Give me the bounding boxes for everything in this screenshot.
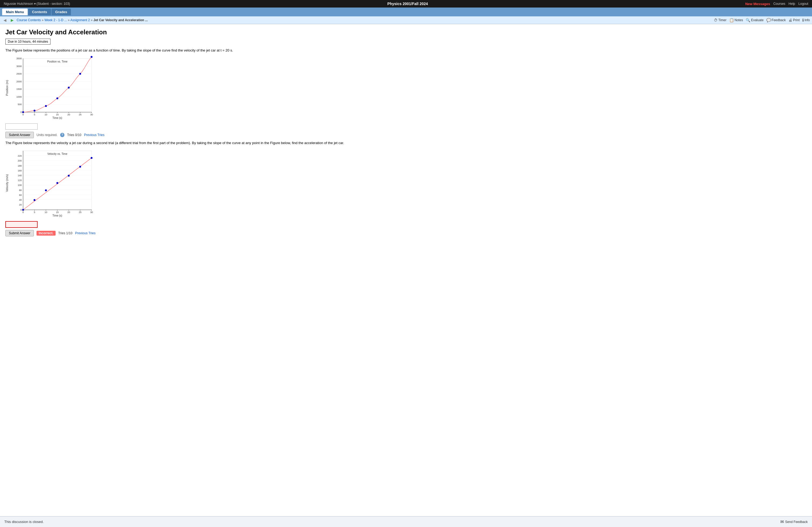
chart2-ylabel-wrapper: Velocity (m/s): [5, 174, 9, 192]
tries-1: Tries 0/10: [67, 133, 81, 137]
breadcrumb-assignment2[interactable]: Assignment 2: [70, 18, 90, 22]
evaluate-label: Evaluate: [751, 18, 764, 22]
svg-point-31: [68, 87, 70, 89]
submit-row-2: Submit Answer Incorrect. Tries 1/10 Prev…: [5, 230, 371, 236]
submit-button-1[interactable]: Submit Answer: [5, 132, 34, 138]
answer-input-1[interactable]: [5, 123, 38, 130]
svg-text:140: 140: [18, 174, 22, 177]
svg-text:10: 10: [45, 211, 47, 214]
forward-button[interactable]: ▶: [10, 17, 15, 23]
svg-text:25: 25: [79, 211, 81, 214]
svg-text:Time (s): Time (s): [52, 214, 62, 217]
nav-main-menu[interactable]: Main Menu: [2, 9, 28, 15]
svg-text:20: 20: [19, 204, 22, 206]
feedback-icon: 💬: [766, 18, 771, 22]
notes-icon: 📋: [729, 18, 734, 22]
svg-text:100: 100: [18, 184, 22, 186]
svg-text:2500: 2500: [16, 73, 22, 75]
svg-text:1000: 1000: [16, 95, 22, 98]
breadcrumb-course-contents[interactable]: Course Contents: [17, 18, 41, 22]
feedback-tool[interactable]: 💬 Feedback: [766, 18, 786, 22]
chart1-ylabel: Position (m): [5, 80, 9, 96]
answer-input-2[interactable]: [5, 221, 38, 228]
svg-text:500: 500: [18, 103, 22, 106]
tries-2: Tries 1/10: [58, 231, 73, 235]
prev-tries-link-1[interactable]: Previous Tries: [84, 133, 104, 137]
user-info: Nigussie Hutchinson ▾ (Student - section…: [4, 2, 70, 6]
info-label: Info: [804, 18, 810, 22]
svg-point-79: [45, 190, 47, 191]
breadcrumb: Course Contents » Week 2 - 1-D ... » Ass…: [17, 18, 148, 22]
svg-text:3000: 3000: [16, 65, 22, 67]
feedback-label: Feedback: [772, 18, 786, 22]
chart2-ylabel: Velocity (m/s): [5, 174, 9, 192]
username: Nigussie Hutchinson: [4, 2, 33, 6]
svg-point-33: [91, 56, 93, 58]
svg-text:1500: 1500: [16, 88, 22, 90]
svg-text:30: 30: [90, 211, 93, 214]
svg-text:20: 20: [68, 113, 70, 116]
svg-text:40: 40: [19, 199, 22, 201]
svg-text:Position vs. Time: Position vs. Time: [47, 60, 68, 63]
submit-button-2[interactable]: Submit Answer: [5, 230, 34, 236]
svg-text:0: 0: [22, 113, 24, 116]
svg-text:80: 80: [19, 189, 22, 192]
chart2-wrapper: Velocity (m/s): [5, 148, 371, 218]
svg-point-32: [79, 73, 81, 75]
svg-text:60: 60: [19, 194, 22, 196]
evaluate-icon: 🔍: [746, 18, 750, 22]
svg-point-28: [33, 109, 35, 111]
svg-text:5: 5: [34, 211, 35, 214]
notes-label: Notes: [735, 18, 743, 22]
courses-link[interactable]: Courses: [773, 2, 785, 6]
svg-text:0: 0: [22, 211, 24, 214]
top-bar: Nigussie Hutchinson ▾ (Student - section…: [0, 0, 812, 7]
svg-text:220: 220: [18, 154, 22, 157]
help-link[interactable]: Help: [789, 2, 795, 6]
timer-tool[interactable]: ⏱ Timer: [714, 18, 726, 22]
due-badge: Due in 10 hours, 44 minutes: [5, 39, 50, 45]
back-button[interactable]: ◀: [2, 17, 8, 23]
info-tool[interactable]: ℹ Info: [802, 18, 810, 22]
svg-text:2000: 2000: [16, 80, 22, 83]
svg-text:Time (s): Time (s): [52, 117, 62, 119]
nav-bar: Main Menu Contents Grades: [0, 7, 812, 16]
nav-contents[interactable]: Contents: [28, 9, 51, 15]
svg-text:0: 0: [20, 209, 22, 211]
user-dropdown-arrow[interactable]: ▾: [34, 2, 37, 6]
problem2-text: The Figure below represents the velocity…: [5, 140, 371, 146]
nav-grades[interactable]: Grades: [52, 9, 71, 15]
breadcrumb-left: ◀ ▶ Course Contents » Week 2 - 1-D ... »…: [2, 17, 148, 23]
svg-point-30: [56, 97, 58, 99]
svg-text:Velocity vs. Time: Velocity vs. Time: [47, 152, 68, 155]
help-icon-1[interactable]: ?: [60, 133, 64, 137]
units-required-1: Units required.: [37, 133, 57, 137]
prev-tries-link-2[interactable]: Previous Tries: [75, 231, 96, 235]
svg-rect-0: [23, 59, 91, 112]
svg-text:10: 10: [45, 113, 47, 116]
timer-icon: ⏱: [714, 18, 717, 22]
main-content: Jet Car Velocity and Acceleration Due in…: [0, 24, 376, 259]
incorrect-badge: Incorrect.: [37, 231, 56, 236]
submit-row-1: Submit Answer Units required. ? Tries 0/…: [5, 132, 371, 138]
answer-row-2: [5, 221, 371, 228]
logout-link[interactable]: Logout: [798, 2, 808, 6]
evaluate-tool[interactable]: 🔍 Evaluate: [746, 18, 764, 22]
breadcrumb-tools: ⏱ Timer 📋 Notes 🔍 Evaluate 💬 Feedback 🖨 …: [714, 18, 810, 22]
svg-point-81: [68, 175, 70, 177]
svg-text:25: 25: [79, 113, 81, 116]
answer-row-1: [5, 123, 371, 130]
page-title: Jet Car Velocity and Acceleration: [5, 28, 371, 36]
breadcrumb-current: Jet Car Velocity and Acceleration ...: [93, 18, 148, 22]
print-icon: 🖨: [788, 18, 792, 22]
new-messages-link[interactable]: New Messages: [745, 2, 770, 6]
svg-text:5: 5: [34, 113, 35, 116]
notes-tool[interactable]: 📋 Notes: [729, 18, 743, 22]
svg-text:120: 120: [18, 179, 22, 182]
print-tool[interactable]: 🖨 Print: [788, 18, 800, 22]
svg-point-80: [56, 182, 58, 184]
svg-text:160: 160: [18, 169, 22, 172]
breadcrumb-week2[interactable]: Week 2 - 1-D ...: [44, 18, 67, 22]
svg-text:3500: 3500: [16, 57, 22, 60]
svg-text:200: 200: [18, 160, 22, 162]
